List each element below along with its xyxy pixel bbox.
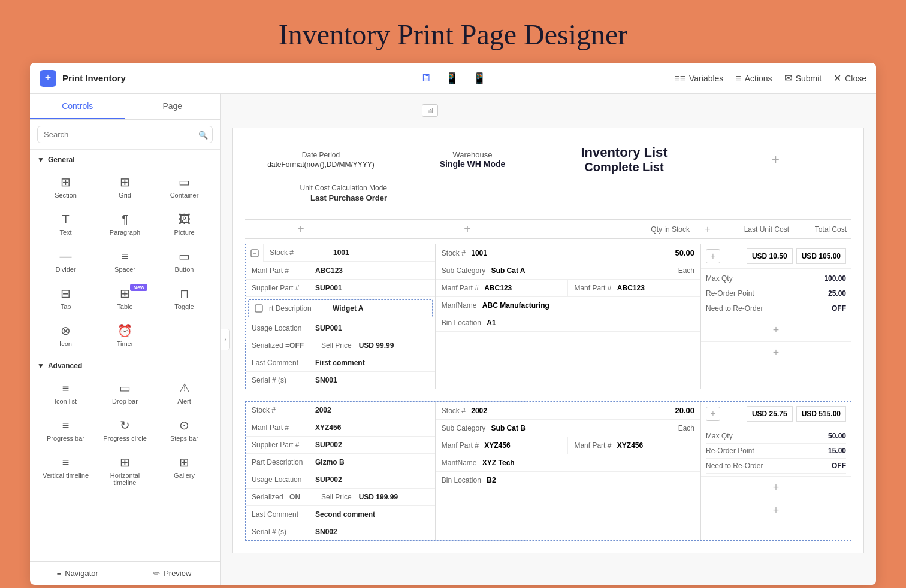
actions-icon: ≡ bbox=[735, 73, 741, 84]
progress-bar-icon: ≡ bbox=[62, 419, 70, 431]
row1-usage-field: Usage Location SUP001 bbox=[246, 320, 435, 337]
control-section[interactable]: ⊞ Section bbox=[37, 170, 94, 205]
row1-center-stock-line: Stock # 1001 50.00 bbox=[436, 244, 700, 262]
last-unit-header: Last Unit Cost bbox=[720, 225, 792, 234]
inv-row-1-left: Stock # 1001 Manf Part # ABC123 Supplier… bbox=[246, 244, 436, 389]
variables-button[interactable]: ≡≡ Variables bbox=[674, 73, 723, 84]
header-add-btn[interactable]: + bbox=[700, 152, 851, 168]
row1-icon bbox=[246, 244, 264, 262]
row1-detail-rows: Max Qty 100.00 Re-Order Point 25.00 Need… bbox=[701, 269, 851, 319]
date-cell: Date Period dateFormat(now(),DD/MM/YYYY) bbox=[245, 146, 397, 174]
navigator-button[interactable]: ≡ Navigator bbox=[30, 562, 125, 585]
spacer-icon: ≡ bbox=[122, 250, 129, 262]
control-steps-bar[interactable]: ⊙ Steps bar bbox=[156, 413, 213, 448]
paragraph-icon: ¶ bbox=[122, 213, 128, 225]
col-add-mid[interactable]: + bbox=[357, 222, 579, 236]
row2-manf-field: Manf Part # XYZ456 bbox=[246, 419, 435, 437]
row2-center-manf-line: Manf Part # XYZ456 Manf Part # XYZ456 bbox=[436, 437, 700, 454]
collapse-arrow[interactable]: ‹ bbox=[221, 329, 230, 350]
tab-controls[interactable]: Controls bbox=[30, 94, 125, 119]
col-add-right[interactable]: + bbox=[696, 224, 720, 235]
row1-serial-num-field: Serial # (s) SN001 bbox=[246, 372, 435, 389]
row2-price2: USD 515.00 bbox=[796, 406, 846, 422]
control-divider[interactable]: — Divider bbox=[37, 244, 94, 279]
row2-manf-part2: Manf Part # XYZ456 bbox=[567, 437, 700, 454]
control-drop-bar[interactable]: ▭ Drop bar bbox=[96, 376, 153, 411]
row2-need-reorder: Need to Re-Order OFF bbox=[706, 459, 846, 474]
control-vertical-timeline[interactable]: ≡ Vertical timeline bbox=[37, 450, 94, 492]
submit-icon: ✉ bbox=[784, 72, 792, 84]
tablet-icon[interactable]: 📱 bbox=[443, 69, 461, 87]
control-alert[interactable]: ⚠ Alert bbox=[156, 376, 213, 411]
row2-unit: Each bbox=[665, 420, 700, 437]
submit-button[interactable]: ✉ Submit bbox=[784, 72, 822, 84]
control-icon[interactable]: ⊗ Icon bbox=[37, 319, 94, 353]
control-table[interactable]: ⊞ Table New bbox=[96, 281, 153, 316]
row1-price2: USD 105.00 bbox=[796, 248, 846, 264]
row2-add-bottom-2[interactable]: + bbox=[701, 499, 851, 522]
row1-supplier-field: Supplier Part # SUP001 bbox=[246, 280, 435, 297]
control-picture[interactable]: 🖼 Picture bbox=[156, 207, 213, 242]
row1-need-reorder: Need to Re-Order OFF bbox=[706, 301, 846, 316]
close-button[interactable]: ✕ Close bbox=[833, 72, 866, 84]
control-text[interactable]: T Text bbox=[37, 207, 94, 242]
desktop-icon[interactable]: 🖥 bbox=[418, 69, 433, 87]
row1-add-bottom-1[interactable]: + bbox=[701, 319, 851, 341]
table-icon: ⊞ bbox=[120, 287, 130, 299]
mobile-icon[interactable]: 📱 bbox=[470, 69, 488, 87]
row2-add-bottom-1[interactable]: + bbox=[701, 476, 851, 499]
col-add-left[interactable]: + bbox=[245, 222, 357, 236]
row2-reorder: Re-Order Point 15.00 bbox=[706, 444, 846, 459]
new-badge: New bbox=[130, 284, 147, 291]
control-toggle[interactable]: ⊓ Toggle bbox=[156, 281, 213, 316]
row2-price1: USD 25.75 bbox=[747, 406, 793, 422]
control-icon-list[interactable]: ≡ Icon list bbox=[37, 376, 94, 411]
alert-icon: ⚠ bbox=[179, 382, 190, 394]
control-progress-circle[interactable]: ↻ Progress circle bbox=[96, 413, 153, 448]
preview-icon: ✏ bbox=[153, 569, 160, 578]
row2-max-qty: Max Qty 50.00 bbox=[706, 429, 846, 444]
row1-add-bottom-2[interactable]: + bbox=[701, 341, 851, 364]
toggle-icon: ⊓ bbox=[180, 287, 189, 299]
section-icon: ⊞ bbox=[61, 176, 71, 188]
tab-page[interactable]: Page bbox=[125, 94, 221, 119]
row2-subcat-line: Sub Category Sub Cat B Each bbox=[436, 420, 700, 437]
row1-center-manf: Manf Part # ABC123 bbox=[436, 280, 568, 296]
header-center: 🖥 📱 📱 bbox=[418, 69, 488, 87]
control-tab[interactable]: ⊟ Tab bbox=[37, 281, 94, 316]
actions-button[interactable]: ≡ Actions bbox=[735, 73, 772, 84]
row2-center-manf: Manf Part # XYZ456 bbox=[436, 437, 568, 454]
control-paragraph[interactable]: ¶ Paragraph bbox=[96, 207, 153, 242]
control-timer[interactable]: ⏰ Timer bbox=[96, 319, 153, 353]
search-input[interactable] bbox=[37, 126, 213, 143]
vertical-timeline-icon: ≡ bbox=[62, 456, 70, 468]
row2-desc-field: Part Description Gizmo B bbox=[246, 454, 435, 471]
inv-row-1-right: + USD 10.50 USD 105.00 Max Qty 100.00 bbox=[701, 244, 851, 389]
canvas-area: 🖥 Date Period dateFormat(now(),DD/MM/YYY… bbox=[221, 116, 876, 585]
unit-cost-cell: Unit Cost Calculation Mode Last Purchase… bbox=[245, 179, 397, 207]
row2-manf-name: ManfName XYZ Tech bbox=[436, 454, 700, 472]
close-icon: ✕ bbox=[833, 72, 841, 84]
control-gallery[interactable]: ⊞ Gallery bbox=[156, 450, 213, 492]
preview-button[interactable]: ✏ Preview bbox=[125, 562, 221, 585]
control-grid[interactable]: ⊞ Grid bbox=[96, 170, 153, 205]
icon-list-icon: ≡ bbox=[62, 382, 70, 394]
app-container: + Print Inventory 🖥 📱 📱 ≡≡ Variables ≡ A… bbox=[30, 63, 876, 585]
advanced-arrow-icon: ▼ bbox=[37, 362, 44, 370]
control-spacer[interactable]: ≡ Spacer bbox=[96, 244, 153, 279]
add-button[interactable]: + bbox=[40, 70, 56, 87]
row1-manf-part2: Manf Part # ABC123 bbox=[567, 280, 700, 296]
row1-comment-field: Last Comment First comment bbox=[246, 354, 435, 372]
control-horizontal-timeline[interactable]: ⊞ Horizontal timeline bbox=[96, 450, 153, 492]
row2-serial-num-field: Serial # (s) SN002 bbox=[246, 523, 435, 540]
sidebar: Controls Page 🔍 ▼ General ⊞ Section bbox=[30, 94, 221, 585]
control-button[interactable]: ▭ Button bbox=[156, 244, 213, 279]
row2-serial-sell: Serialized =ON Sell Price USD 199.99 bbox=[246, 489, 435, 506]
row2-add-btn[interactable]: + bbox=[706, 407, 720, 421]
control-container[interactable]: ▭ Container bbox=[156, 170, 213, 205]
row2-stock-field: Stock # 2002 bbox=[246, 402, 435, 419]
row1-reorder: Re-Order Point 25.00 bbox=[706, 286, 846, 301]
control-progress-bar[interactable]: ≡ Progress bar bbox=[37, 413, 94, 448]
print-canvas: Date Period dateFormat(now(),DD/MM/YYYY)… bbox=[232, 128, 864, 553]
row1-add-btn[interactable]: + bbox=[706, 249, 720, 263]
